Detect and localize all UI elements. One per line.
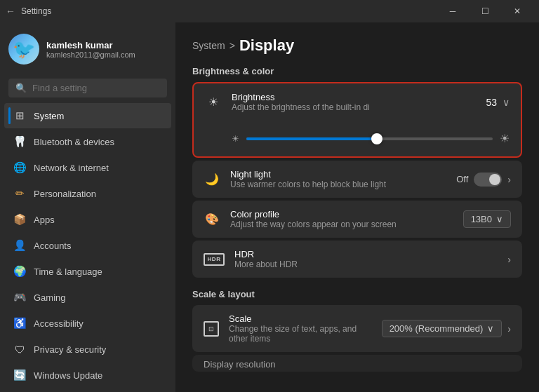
brightness-row[interactable]: ☀ Brightness Adjust the brightness of th… — [194, 83, 521, 121]
personalization-icon: ✏ — [13, 187, 27, 201]
section-title-scale: Scale & layout — [192, 289, 522, 299]
nav-label-bluetooth: Bluetooth & devices — [34, 137, 114, 147]
back-button[interactable]: ← — [6, 6, 15, 17]
update-icon: 🔄 — [13, 368, 27, 382]
nav-label-network: Network & internet — [34, 163, 109, 173]
night-light-label: Night light — [230, 169, 446, 180]
maximize-button[interactable]: ☐ — [469, 0, 501, 22]
nav-label-time: Time & language — [34, 266, 102, 277]
brightness-card: ☀ Brightness Adjust the brightness of th… — [192, 82, 522, 158]
brightness-slider-track[interactable] — [246, 137, 493, 140]
scale-control: 200% (Recommended) ∨ › — [382, 320, 511, 337]
accounts-icon: 👤 — [13, 238, 27, 252]
hdr-control: › — [507, 254, 511, 265]
hdr-label: HDR — [234, 249, 498, 259]
display-resolution-label: Display resolution — [204, 359, 276, 370]
scale-chevron: › — [507, 323, 511, 334]
scale-dropdown-chevron: ∨ — [487, 323, 494, 334]
nav-label-personalization: Personalization — [34, 189, 96, 199]
night-light-toggle[interactable] — [474, 173, 502, 187]
scale-label: Scale — [229, 313, 372, 324]
search-input[interactable] — [32, 83, 160, 93]
hdr-desc: More about HDR — [234, 259, 498, 269]
nav-label-apps: Apps — [34, 215, 55, 225]
nav-label-system: System — [34, 111, 64, 121]
app-body: 🐦 kamlesh kumar kamlesh2011@gmail.com 🔍 … — [0, 22, 539, 392]
scale-icon: ⊡ — [204, 321, 219, 337]
nav-update[interactable]: 🔄 Windows Update — [4, 363, 171, 388]
window-controls: ─ ☐ ✕ — [437, 0, 533, 22]
nav-label-accessibility: Accessibility — [34, 318, 84, 329]
user-section[interactable]: 🐦 kamlesh kumar kamlesh2011@gmail.com — [0, 22, 175, 76]
scale-card: ⊡ Scale Change the size of text, apps, a… — [192, 305, 522, 352]
display-resolution-card: Display resolution — [192, 355, 522, 372]
bluetooth-icon: 🦷 — [13, 135, 27, 149]
breadcrumb-parent[interactable]: System — [192, 40, 225, 51]
main-content: System > Display Brightness & color ☀ Br… — [175, 22, 539, 392]
avatar-image: 🐦 — [13, 39, 35, 60]
nav-label-update: Windows Update — [34, 370, 102, 381]
brightness-text: Brightness Adjust the brightness of the … — [232, 92, 476, 112]
nav-accounts[interactable]: 👤 Accounts — [4, 233, 171, 258]
nav-privacy[interactable]: 🛡 Privacy & security — [4, 337, 171, 362]
night-light-icon: 🌙 — [204, 171, 220, 188]
color-profile-control: 13B0 ∨ — [463, 210, 511, 228]
breadcrumb-separator: > — [229, 40, 235, 51]
scale-text: Scale Change the size of text, apps, and… — [229, 313, 372, 344]
nav-label-privacy: Privacy & security — [34, 344, 106, 355]
privacy-icon: 🛡 — [13, 342, 27, 356]
hdr-chevron: › — [507, 254, 511, 265]
brightness-icon: ☀ — [205, 94, 222, 111]
brightness-slider-container[interactable]: ☀ ☀ — [232, 132, 510, 145]
nav-accessibility[interactable]: ♿ Accessibility — [4, 311, 171, 336]
scale-row[interactable]: ⊡ Scale Change the size of text, apps, a… — [192, 305, 522, 352]
brightness-value: 53 — [486, 97, 497, 108]
night-light-desc: Use warmer colors to help block blue lig… — [230, 180, 446, 189]
gaming-icon: 🎮 — [13, 290, 27, 304]
color-profile-row[interactable]: 🎨 Color profile Adjust the way colors ap… — [192, 201, 522, 238]
nav-label-gaming: Gaming — [34, 292, 66, 303]
nav-time[interactable]: 🌍 Time & language — [4, 259, 171, 284]
night-light-control: Off › — [456, 173, 511, 187]
scale-dropdown[interactable]: 200% (Recommended) ∨ — [382, 320, 503, 337]
time-icon: 🌍 — [13, 264, 27, 278]
breadcrumb: System > Display — [192, 36, 522, 55]
brightness-slider-thumb[interactable] — [371, 133, 382, 144]
scale-desc: Change the size of text, apps, and other… — [229, 324, 372, 344]
brightness-label: Brightness — [232, 92, 476, 102]
brightness-expand[interactable]: ∨ — [503, 97, 510, 108]
nav-apps[interactable]: 📦 Apps — [4, 207, 171, 232]
nav-personalization[interactable]: ✏ Personalization — [4, 181, 171, 206]
apps-icon: 📦 — [13, 212, 27, 227]
brightness-control: 53 ∨ — [486, 97, 510, 108]
color-profile-desc: Adjust the way colors appear on your scr… — [230, 219, 453, 229]
sun-min-icon: ☀ — [232, 134, 239, 144]
color-profile-dropdown[interactable]: 13B0 ∨ — [463, 210, 511, 228]
hdr-row[interactable]: HDR HDR More about HDR › — [192, 241, 522, 278]
hdr-card: HDR HDR More about HDR › — [192, 241, 522, 278]
color-profile-icon: 🎨 — [204, 211, 220, 228]
sun-max-icon: ☀ — [500, 132, 510, 145]
nav-system[interactable]: ⊞ System — [4, 103, 171, 128]
search-box[interactable]: 🔍 — [8, 79, 167, 97]
color-profile-card: 🎨 Color profile Adjust the way colors ap… — [192, 201, 522, 238]
page-title: Display — [239, 36, 294, 55]
titlebar-title: Settings — [21, 6, 51, 16]
night-light-row[interactable]: 🌙 Night light Use warmer colors to help … — [192, 161, 522, 198]
nav-gaming[interactable]: 🎮 Gaming — [4, 285, 171, 310]
nav-network[interactable]: 🌐 Network & internet — [4, 155, 171, 180]
minimize-button[interactable]: ─ — [437, 0, 469, 22]
nav-bluetooth[interactable]: 🦷 Bluetooth & devices — [4, 129, 171, 154]
hdr-icon: HDR — [204, 253, 225, 266]
close-button[interactable]: ✕ — [501, 0, 533, 22]
avatar: 🐦 — [8, 34, 39, 65]
brightness-desc: Adjust the brightness of the built-in di — [232, 102, 476, 112]
color-profile-text: Color profile Adjust the way colors appe… — [230, 209, 453, 229]
user-info: kamlesh kumar kamlesh2011@gmail.com — [46, 40, 135, 59]
user-name: kamlesh kumar — [46, 40, 135, 50]
section-title-brightness: Brightness & color — [192, 66, 522, 76]
nav-label-accounts: Accounts — [34, 241, 71, 251]
titlebar: ← Settings ─ ☐ ✕ — [0, 0, 539, 22]
user-email: kamlesh2011@gmail.com — [46, 50, 135, 59]
display-resolution-row[interactable]: Display resolution — [192, 355, 522, 372]
